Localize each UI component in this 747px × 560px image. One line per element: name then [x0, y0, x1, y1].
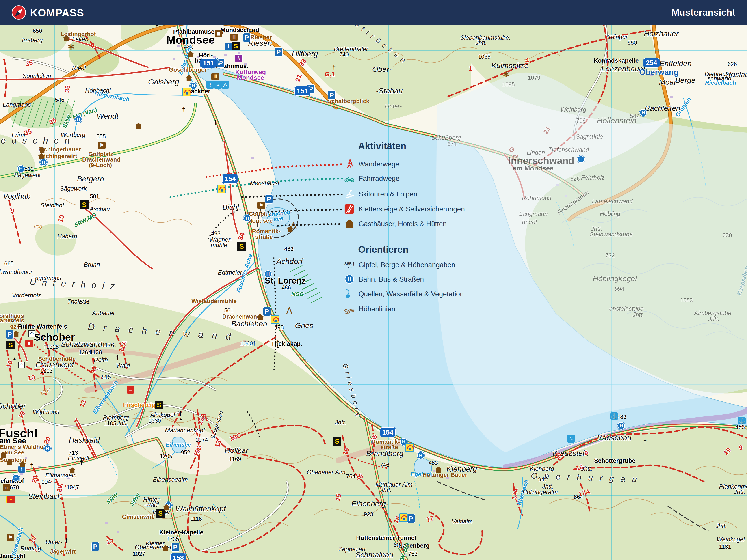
legend-item-klettersteige: Klettersteige & Seilversicherungen: [344, 204, 465, 215]
legend-item-label: Fahrradwege: [359, 175, 400, 183]
legend-heading-orientation: Orientieren: [358, 244, 408, 255]
view-title: Musteransicht: [671, 7, 735, 18]
hut-icon: [344, 219, 355, 230]
legend-item-gipfel: 885 † • • Gipfel, Berge & Höhenangaben: [344, 260, 455, 270]
legend-item-label: Quellen, Wasserfälle & Vegetation: [359, 290, 464, 298]
legend-item-quellen: Quellen, Wasserfälle & Vegetation: [344, 289, 464, 299]
legend-item-label: Bahn, Bus & Straßen: [359, 275, 424, 283]
legend-item-gasthaeuser: Gasthäuser, Hotels & Hütten: [344, 219, 447, 230]
svg-text:H: H: [347, 276, 352, 282]
legend-item-wanderwege: Wanderwege: [344, 159, 400, 169]
legend-item-bahn-bus: H Bahn, Bus & Straßen: [344, 274, 424, 285]
legend-item-label: Höhenlinien: [359, 305, 395, 313]
legend-item-label: Gipfel, Berge & Höhenangaben: [359, 261, 455, 269]
legend-item-label: Skitouren & Loipen: [359, 190, 417, 198]
legend-item-skitouren: Skitouren & Loipen: [344, 189, 417, 199]
kompass-logo-icon: [12, 5, 26, 20]
legend-item-fahrradwege: Fahrradwege: [344, 173, 400, 184]
legend-item-label: Klettersteige & Seilversicherungen: [359, 205, 465, 213]
contour-lines-icon: [344, 304, 355, 315]
spring-icon: [344, 289, 355, 299]
legend-item-hoehenlinien: Höhenlinien: [344, 304, 395, 315]
legend-heading-activities: Aktivitäten: [358, 141, 406, 152]
brand-title: KOMPASS: [30, 6, 84, 19]
via-ferrata-icon: [344, 204, 355, 215]
legend-item-label: Wanderwege: [359, 160, 400, 168]
peak-elevation-icon: 885 † • •: [344, 260, 355, 270]
bike-route-icon: [344, 173, 355, 184]
hiking-trail-icon: [344, 159, 355, 169]
map-legend: Aktivitäten Wanderwege Fahrradwege Skito…: [0, 0, 747, 560]
transit-icon: H: [344, 274, 355, 285]
header-bar: KOMPASS Musteransicht: [0, 0, 747, 25]
legend-item-label: Gasthäuser, Hotels & Hütten: [359, 220, 447, 228]
ski-tour-icon: [344, 189, 355, 199]
map-canvas: 650IrrsbergLeidingerhofLeiten835353535So…: [0, 0, 747, 560]
